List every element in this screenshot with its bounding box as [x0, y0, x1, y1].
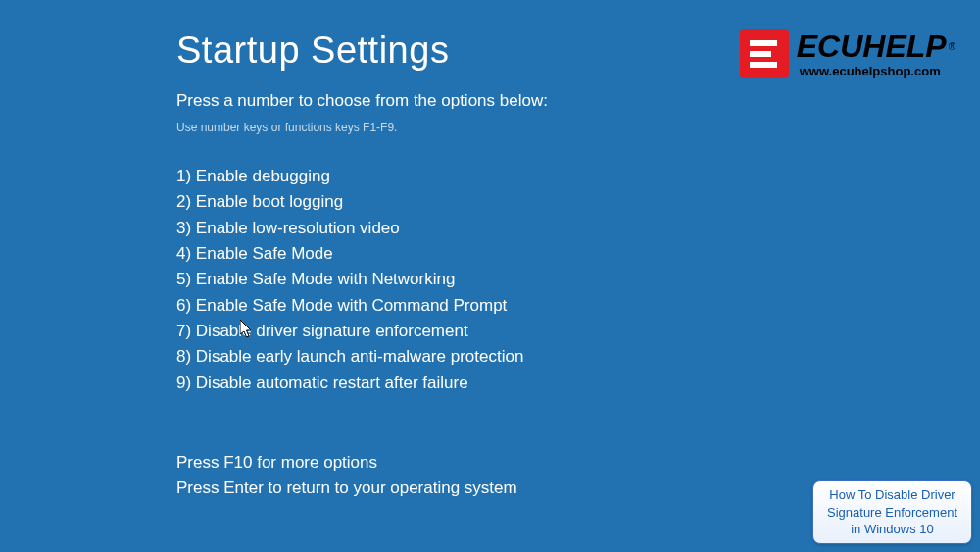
f10-more-options: Press F10 for more options [176, 450, 980, 476]
option-7-disable-driver-signature[interactable]: 7) Disable driver signature enforcement [176, 319, 980, 344]
logo-row: ECUHELP® www.ecuhelpshop.com [740, 29, 956, 78]
brand-name: ECUHELP [797, 28, 947, 64]
caption-line-3: in Windows 10 [827, 521, 957, 538]
option-9-disable-auto-restart[interactable]: 9) Disable automatic restart after failu… [176, 371, 980, 396]
subtitle-instruction: Press a number to choose from the option… [176, 91, 980, 111]
ecuhelp-icon [740, 29, 789, 78]
tutorial-caption-box: How To Disable Driver Signature Enforcem… [812, 480, 972, 544]
brand-url: www.ecuhelpshop.com [800, 64, 956, 78]
caption-line-2: Signature Enforcement [827, 504, 957, 522]
registered-icon: ® [949, 41, 956, 52]
option-8-disable-anti-malware[interactable]: 8) Disable early launch anti-malware pro… [176, 344, 980, 370]
option-1-debugging[interactable]: 1) Enable debugging [176, 164, 980, 189]
brand-logo: ECUHELP® www.ecuhelpshop.com [740, 29, 956, 78]
option-4-safe-mode[interactable]: 4) Enable Safe Mode [176, 241, 980, 267]
option-6-safe-mode-cmd[interactable]: 6) Enable Safe Mode with Command Prompt [176, 293, 980, 319]
logo-text-wrap: ECUHELP® www.ecuhelpshop.com [797, 30, 956, 78]
option-5-safe-mode-networking[interactable]: 5) Enable Safe Mode with Networking [176, 267, 980, 292]
key-hint: Use number keys or functions keys F1-F9. [176, 121, 980, 134]
option-2-boot-logging[interactable]: 2) Enable boot logging [176, 189, 980, 215]
option-3-low-resolution[interactable]: 3) Enable low-resolution video [176, 216, 980, 241]
caption-line-1: How To Disable Driver [827, 486, 957, 504]
options-list: 1) Enable debugging 2) Enable boot loggi… [176, 164, 980, 396]
